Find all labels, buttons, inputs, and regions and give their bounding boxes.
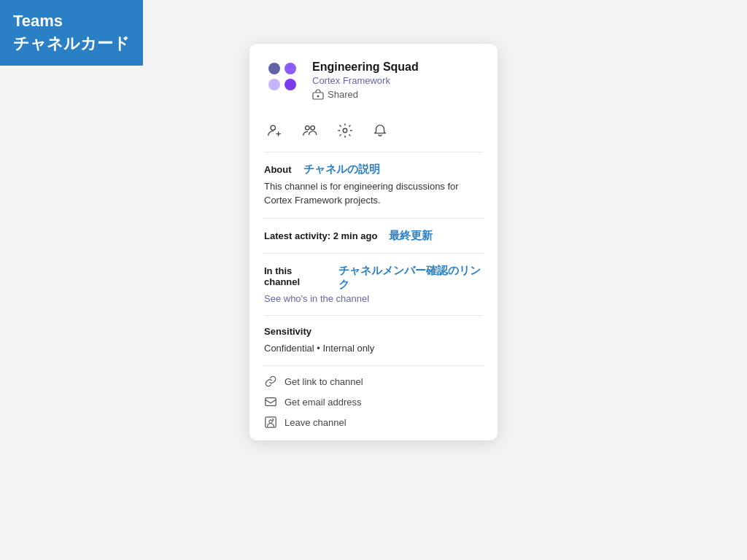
icon-dot-4 [285, 79, 296, 90]
shared-row: Shared [312, 89, 419, 101]
channel-link[interactable]: Cortex Framework [312, 75, 419, 86]
in-channel-section: In this channel チャネルメンバー確認のリンク See who's… [264, 254, 483, 316]
leave-icon [264, 416, 277, 429]
app-icon [264, 58, 302, 96]
svg-rect-6 [266, 398, 276, 406]
leave-channel-item[interactable]: Leave channel [264, 416, 483, 429]
svg-point-5 [343, 128, 347, 133]
about-section: About チャネルの説明 This channel is for engine… [264, 152, 483, 219]
svg-point-1 [317, 95, 320, 97]
get-link-label: Get link to channel [285, 376, 363, 387]
in-channel-annotation: チャネルメンバー確認のリンク [338, 264, 483, 292]
icon-dot-3 [268, 79, 280, 90]
action-icons-row [264, 112, 483, 152]
svg-point-8 [269, 420, 273, 424]
sensitivity-text: Confidential • Internal only [264, 341, 483, 356]
email-icon [264, 395, 277, 408]
get-email-item[interactable]: Get email address [264, 395, 483, 408]
get-email-label: Get email address [285, 397, 362, 408]
teams-label-line1: Teams [13, 10, 130, 33]
team-name: Engineering Squad [312, 60, 419, 75]
settings-icon[interactable] [334, 120, 356, 141]
link-icon [264, 375, 277, 388]
svg-point-4 [311, 125, 315, 130]
shared-label: Shared [328, 89, 358, 100]
add-member-icon[interactable] [264, 120, 286, 141]
svg-point-2 [271, 125, 275, 130]
channel-card: Engineering Squad Cortex Framework Share… [249, 44, 498, 440]
activity-annotation: 最終更新 [389, 229, 433, 243]
sensitivity-label: Sensitivity [264, 326, 483, 337]
teams-label-line2: チャネルカード [13, 33, 130, 55]
in-channel-label: In this channel [264, 265, 327, 287]
card-header: Engineering Squad Cortex Framework Share… [264, 58, 483, 101]
activity-section: Latest activity: 2 min ago 最終更新 [264, 219, 483, 254]
see-who-link[interactable]: See who's in the channel [264, 293, 369, 304]
bottom-actions: Get link to channel Get email address [264, 366, 483, 429]
leave-channel-label: Leave channel [285, 417, 347, 428]
shared-icon [312, 89, 324, 101]
get-link-item[interactable]: Get link to channel [264, 375, 483, 388]
notifications-icon[interactable] [369, 120, 391, 141]
activity-label: Latest activity: 2 min ago [264, 230, 377, 241]
view-members-icon[interactable] [299, 120, 321, 141]
about-annotation: チャネルの説明 [303, 163, 380, 176]
svg-point-3 [306, 125, 310, 130]
svg-rect-7 [266, 417, 276, 427]
icon-dot-1 [268, 63, 280, 74]
about-text: This channel is for engineering discussi… [264, 179, 483, 208]
teams-label-box: Teams チャネルカード [0, 0, 143, 66]
about-label: About [264, 164, 292, 175]
sensitivity-section: Sensitivity Confidential • Internal only [264, 316, 483, 367]
icon-dot-2 [285, 63, 296, 74]
header-text: Engineering Squad Cortex Framework Share… [312, 58, 419, 101]
